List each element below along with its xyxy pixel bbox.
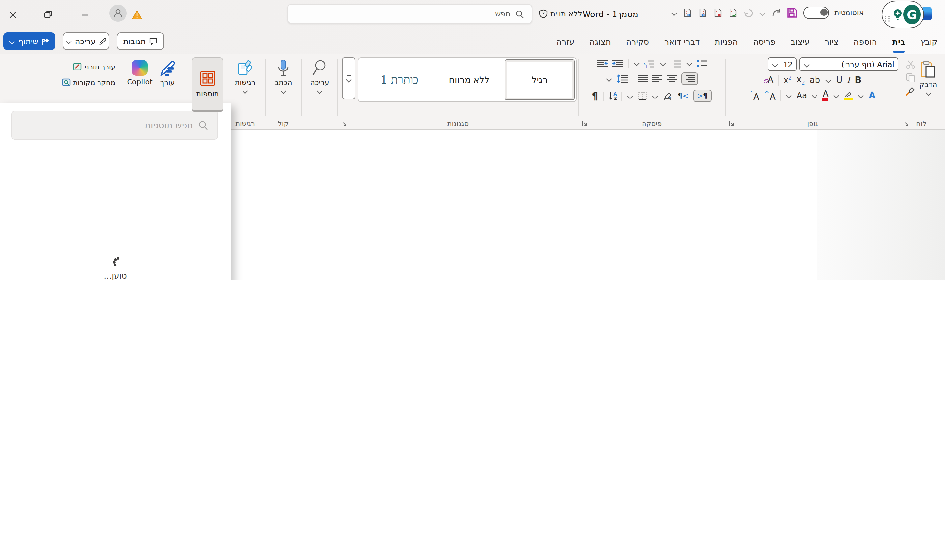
line-spacing-dropdown-icon[interactable]	[606, 76, 612, 82]
bold-button[interactable]: B	[855, 75, 861, 85]
reject-change-icon[interactable]	[713, 8, 723, 18]
account-avatar[interactable]	[109, 5, 126, 22]
sensitivity-button[interactable]: רגישות	[227, 57, 263, 93]
document-page[interactable]	[138, 130, 817, 280]
next-change-icon[interactable]	[683, 8, 693, 18]
tab-home[interactable]: בית	[892, 35, 906, 48]
quick-access-toolbar: אוטומטית	[671, 6, 864, 19]
grammarly-logo: G	[903, 5, 920, 25]
superscript-button[interactable]: x2	[783, 75, 792, 85]
warning-icon[interactable]	[130, 7, 144, 22]
clipboard-dialog-launcher-icon[interactable]	[903, 120, 910, 126]
align-right-button[interactable]	[682, 72, 698, 85]
underline-dropdown-icon[interactable]	[825, 77, 831, 83]
addins-button[interactable]: תוספות	[192, 57, 223, 112]
shading-icon[interactable]	[663, 92, 673, 100]
ribbon-tab-bar: קובץ בית הוספה ציור עיצוב פריסה הפניות ד…	[556, 30, 939, 54]
show-marks-button[interactable]: ¶	[592, 90, 598, 102]
paragraph-dialog-launcher-icon[interactable]	[582, 120, 588, 126]
editing-button[interactable]: עריכה	[303, 57, 336, 93]
align-center-button[interactable]	[667, 75, 677, 82]
tab-help[interactable]: עזרה	[556, 35, 575, 48]
rtl-direction-button[interactable]: ¶<	[693, 89, 711, 102]
numbered-dropdown-icon[interactable]	[660, 61, 666, 66]
tab-view[interactable]: תצוגה	[589, 35, 611, 48]
close-window-icon[interactable]	[5, 7, 20, 22]
style-no-spacing[interactable]: ללא מרווח	[434, 59, 505, 100]
restore-window-icon[interactable]	[41, 7, 55, 22]
align-left-button[interactable]	[653, 75, 662, 82]
highlight-color-button[interactable]	[845, 91, 853, 100]
styles-dialog-launcher-icon[interactable]	[342, 120, 347, 126]
qat-customize-icon[interactable]	[671, 11, 677, 15]
text-effects-button[interactable]: A	[869, 91, 876, 100]
clear-formatting-button[interactable]: A	[764, 75, 774, 85]
source-research-button[interactable]: מחקר מקורות	[39, 78, 115, 86]
bullet-dropdown-icon[interactable]	[686, 61, 692, 66]
comments-button[interactable]: תגובות	[117, 32, 164, 50]
undo-dropdown-icon[interactable]	[760, 10, 765, 16]
shrink-font-button[interactable]: Aˇ	[750, 89, 759, 102]
shading-dropdown-icon[interactable]	[653, 93, 658, 99]
grammarly-widget[interactable]: G	[882, 1, 924, 28]
numbered-list-icon[interactable]: 123	[671, 59, 681, 68]
subscript-button[interactable]: x2	[796, 74, 805, 86]
multilevel-dropdown-icon[interactable]	[634, 61, 639, 66]
tab-file[interactable]: קובץ	[920, 35, 939, 48]
tab-design[interactable]: עיצוב	[790, 35, 810, 48]
tab-insert[interactable]: הוספה	[853, 35, 877, 48]
search-input[interactable]: חפש	[287, 4, 533, 24]
font-family-select[interactable]: Arial (גוף עברי)	[799, 57, 898, 71]
text-effects-dropdown-icon[interactable]	[858, 92, 863, 98]
paste-button[interactable]: הדבק	[919, 58, 937, 95]
italic-button[interactable]: I	[847, 75, 850, 85]
line-spacing-icon[interactable]	[617, 74, 628, 83]
editor-button[interactable]: עורך	[159, 57, 176, 87]
previous-change-icon[interactable]	[698, 8, 708, 18]
editing-mode-button[interactable]: עריכה	[63, 32, 109, 50]
format-painter-icon[interactable]	[905, 87, 915, 96]
strikethrough-button[interactable]: ab	[810, 75, 820, 85]
font-color-button[interactable]: A	[823, 90, 829, 101]
style-normal[interactable]: רגיל	[505, 59, 575, 100]
bullet-list-icon[interactable]	[697, 59, 708, 67]
style-heading1[interactable]: כותרת 1	[365, 59, 434, 100]
tab-review[interactable]: סקירה	[625, 35, 650, 48]
addins-search-input[interactable]: חפש תוספות	[11, 111, 218, 140]
styles-gallery-more-button[interactable]	[342, 57, 355, 100]
dictate-button[interactable]: הכתב	[267, 57, 300, 93]
tab-mailings[interactable]: דברי דואר	[663, 35, 700, 48]
decrease-indent-icon[interactable]	[596, 59, 607, 67]
justify-button[interactable]	[638, 75, 648, 82]
save-icon[interactable]	[787, 7, 798, 18]
ltr-direction-button[interactable]: >¶	[678, 92, 688, 100]
grow-font-button[interactable]: A^	[764, 89, 776, 102]
autosave-toggle[interactable]	[803, 6, 829, 19]
multilevel-list-icon[interactable]: 1ai	[644, 59, 655, 68]
accept-change-icon[interactable]	[728, 8, 738, 18]
minimize-window-icon[interactable]	[77, 7, 92, 22]
share-button[interactable]: שיתוף	[3, 32, 55, 50]
font-size-select[interactable]: 12	[768, 57, 797, 71]
sort-button[interactable]: AZ	[608, 91, 617, 100]
sensitivity-label-icon	[237, 59, 254, 77]
paste-dropdown-icon	[925, 90, 931, 96]
copilot-button[interactable]: Copilot	[127, 58, 152, 86]
highlight-dropdown-icon[interactable]	[834, 92, 839, 98]
tab-draw[interactable]: ציור	[824, 35, 839, 48]
torah-editor-button[interactable]: עורך תורני	[39, 63, 115, 71]
borders-icon[interactable]	[638, 92, 648, 100]
font-color-dropdown-icon[interactable]	[812, 92, 817, 98]
share-dropdown-icon	[9, 38, 14, 44]
change-case-button[interactable]: Aa	[797, 91, 807, 100]
sensitivity-badge[interactable]: ? ללא תווית	[539, 9, 582, 18]
change-case-dropdown-icon[interactable]	[786, 92, 791, 98]
borders-dropdown-icon[interactable]	[627, 93, 633, 99]
tab-references[interactable]: הפניות	[714, 35, 739, 48]
underline-button[interactable]: U	[836, 75, 842, 85]
drag-handle-icon[interactable]	[885, 15, 890, 22]
font-dialog-launcher-icon[interactable]	[729, 120, 735, 126]
increase-indent-icon[interactable]	[612, 59, 623, 67]
redo-icon[interactable]	[771, 8, 782, 18]
tab-layout[interactable]: פריסה	[753, 35, 776, 48]
